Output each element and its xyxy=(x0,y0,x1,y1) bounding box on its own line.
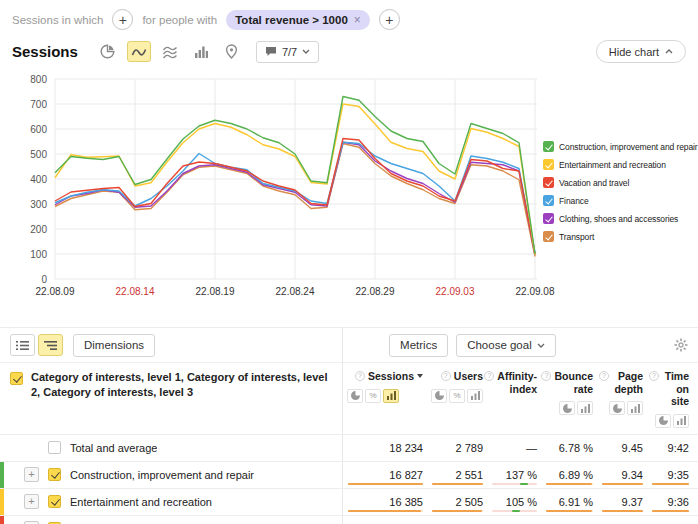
svg-text:300: 300 xyxy=(30,199,47,210)
legend-checkbox-icon[interactable] xyxy=(543,213,554,224)
metric-value-cell: 9:31 xyxy=(649,516,695,524)
pie-icon xyxy=(100,44,115,59)
bars-toggle[interactable] xyxy=(383,389,399,403)
column-header-time: ?Time on site xyxy=(649,363,695,434)
pie-toggle[interactable] xyxy=(655,414,671,428)
bars-toggle[interactable] xyxy=(627,401,643,415)
metric-value: 6.91 % xyxy=(559,496,593,508)
legend-item[interactable]: Entertainment and recreation xyxy=(543,159,698,170)
legend-checkbox-icon[interactable] xyxy=(543,177,554,188)
choose-goal-button[interactable]: Choose goal xyxy=(456,334,556,357)
bars-toggle[interactable] xyxy=(673,414,689,428)
help-icon[interactable]: ? xyxy=(649,371,659,381)
remove-filter-icon[interactable]: × xyxy=(354,13,361,27)
list-view-button[interactable] xyxy=(10,334,35,356)
metric-value: 16 827 xyxy=(389,469,423,481)
plus-icon: + xyxy=(385,13,393,27)
metric-value-cell: 9:36 xyxy=(649,489,695,515)
line-chart-type-button[interactable] xyxy=(127,41,151,62)
row-label[interactable]: Construction, improvement and repair xyxy=(70,469,254,481)
metric-value: 9.45 xyxy=(622,442,643,454)
dimension-header-label: Category of interests, level 1, Category… xyxy=(31,370,328,430)
for-people-with-label: for people with xyxy=(142,14,217,26)
pie-toggle[interactable] xyxy=(347,389,363,403)
legend-checkbox-icon[interactable] xyxy=(543,159,554,170)
hide-chart-label: Hide chart xyxy=(609,46,659,58)
x-axis-tick-label: 22.09.08 xyxy=(516,286,555,297)
pie-chart-type-button[interactable] xyxy=(96,41,120,62)
percent-toggle[interactable]: % xyxy=(365,389,381,403)
metric-bar xyxy=(652,510,689,512)
hide-chart-button[interactable]: Hide chart xyxy=(596,40,686,63)
table-settings-gear-icon[interactable] xyxy=(674,338,688,352)
pie-toggle[interactable] xyxy=(609,401,625,415)
column-header-depth: ?Page depth xyxy=(599,363,649,434)
chart-type-switcher xyxy=(96,41,244,62)
map-chart-type-button[interactable] xyxy=(220,41,244,62)
legend-checkbox-icon[interactable] xyxy=(543,195,554,206)
metric-value: 18 234 xyxy=(389,442,423,454)
legend-item[interactable]: Finance xyxy=(543,195,698,206)
affinity-bar xyxy=(492,510,537,512)
help-icon[interactable]: ? xyxy=(599,371,609,381)
filter-chip-total-revenue[interactable]: Total revenue > 1000 × xyxy=(226,10,370,30)
help-icon[interactable]: ? xyxy=(484,371,494,381)
legend-checkbox-icon[interactable] xyxy=(543,141,554,152)
add-session-condition-button[interactable]: + xyxy=(112,9,133,30)
column-label: Users xyxy=(454,370,483,383)
legend-item[interactable]: Construction, improvement and repair xyxy=(543,141,698,152)
metric-value: 6.89 % xyxy=(559,469,593,481)
column-label: Time on site xyxy=(662,370,689,408)
legend-item[interactable]: Clothing, shoes and accessories xyxy=(543,213,698,224)
dimensions-button[interactable]: Dimensions xyxy=(73,334,155,357)
pie-toggle[interactable] xyxy=(559,401,575,415)
metric-value: 16 385 xyxy=(389,496,423,508)
row-checkbox[interactable] xyxy=(48,441,61,454)
help-icon[interactable]: ? xyxy=(541,371,551,381)
map-pin-icon xyxy=(225,44,238,59)
row-name-cell: +Total and average xyxy=(0,440,342,455)
expand-row-button[interactable]: + xyxy=(24,494,39,509)
select-all-checkbox[interactable] xyxy=(10,372,23,385)
line-chart-icon xyxy=(131,45,147,59)
bars-toggle[interactable] xyxy=(577,401,593,415)
metrics-label: Metrics xyxy=(400,339,437,351)
metric-bar xyxy=(602,483,643,485)
metric-value-cell: 18 234 xyxy=(345,435,429,461)
segments-dropdown[interactable]: 7/7 xyxy=(256,41,319,63)
row-checkbox[interactable] xyxy=(48,495,61,508)
table-header: Category of interests, level 1, Category… xyxy=(0,362,698,434)
row-checkbox[interactable] xyxy=(48,468,61,481)
stacked-area-icon xyxy=(162,45,178,59)
column-label: Sessions xyxy=(368,370,414,383)
legend-item[interactable]: Transport xyxy=(543,231,698,242)
row-color-strip xyxy=(0,516,4,524)
stacked-chart-type-button[interactable] xyxy=(158,41,182,62)
metric-value-cell: 2 551 xyxy=(429,462,489,488)
x-axis-tick-label: 22.08.29 xyxy=(356,286,395,297)
add-user-condition-button[interactable]: + xyxy=(379,9,400,30)
expand-row-button[interactable]: + xyxy=(24,467,39,482)
row-label[interactable]: Total and average xyxy=(70,442,157,454)
pie-toggle[interactable] xyxy=(431,389,447,403)
chevron-up-icon xyxy=(665,49,673,54)
metric-value: 9:36 xyxy=(668,496,689,508)
percent-toggle[interactable]: % xyxy=(449,389,465,403)
legend-checkbox-icon[interactable] xyxy=(543,231,554,242)
bar-chart-type-button[interactable] xyxy=(189,41,213,62)
metric-bar xyxy=(602,510,643,512)
bars-toggle[interactable] xyxy=(467,389,483,403)
x-axis-tick-label: 22.08.14 xyxy=(116,286,155,297)
help-icon[interactable]: ? xyxy=(355,371,365,381)
metrics-button[interactable]: Metrics xyxy=(389,334,448,357)
chart-header: Sessions 7/7 xyxy=(0,32,698,67)
legend-item[interactable]: Vacation and travel xyxy=(543,177,698,188)
column-label: Affinity-index xyxy=(497,370,537,395)
chart-canvas[interactable]: 010020030040050060070080022.08.0922.08.1… xyxy=(0,67,562,305)
metric-bar xyxy=(432,483,483,485)
help-icon[interactable]: ? xyxy=(441,371,451,381)
metric-value-cell: 118 % xyxy=(489,516,543,524)
metric-value-cell: 12 924 xyxy=(345,516,429,524)
tree-view-button[interactable] xyxy=(38,334,63,356)
row-label[interactable]: Entertainment and recreation xyxy=(70,496,212,508)
